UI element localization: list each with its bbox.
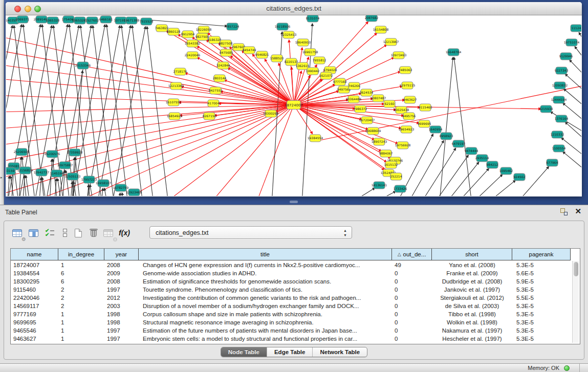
graph-node-12444194[interactable]: 12444194 [551, 96, 567, 103]
network-window-titlebar[interactable]: citations_edges.txt [6, 2, 582, 15]
graph-node-19654923[interactable]: 19654923 [399, 126, 415, 133]
graph-node-8475685[interactable]: 8475685 [220, 49, 233, 56]
graph-node-12213967[interactable]: 12213967 [383, 38, 399, 46]
graph-node-1210332[interactable]: 1210332 [551, 131, 564, 138]
graph-node-924502[interactable]: 924502 [514, 173, 526, 181]
table-row[interactable]: 946554611997Estimation of the future num… [11, 326, 571, 335]
graph-node-16720407[interactable]: 16720407 [359, 117, 375, 124]
graph-node-10688609[interactable]: 10688609 [365, 127, 381, 135]
graph-node-12923468[interactable]: 12923468 [126, 189, 142, 196]
graph-node-1588520[interactable]: 1588520 [270, 55, 284, 62]
table-selector-dropdown[interactable]: citations_edges.txt ▲▼ [149, 226, 352, 239]
close-panel-icon[interactable]: ✕ [575, 207, 581, 216]
graph-node-8912954[interactable]: 8912954 [181, 31, 195, 38]
graph-node-19671388[interactable]: 19671388 [124, 17, 140, 24]
graph-node-746266[interactable]: 746266 [349, 82, 360, 90]
table-mode-icon[interactable]: ⚙ [10, 226, 24, 239]
graph-node-18300295[interactable]: 18300295 [263, 110, 279, 117]
graph-node-16648784[interactable]: 16648784 [446, 49, 462, 56]
graph-node-8958923[interactable]: 8958923 [440, 133, 453, 140]
column-header-name[interactable]: name [11, 249, 58, 260]
create-column-icon[interactable] [72, 226, 85, 239]
graph-node-12213369[interactable]: 12213369 [168, 82, 184, 90]
graph-node-19384554[interactable]: 19384554 [308, 135, 323, 142]
select-all-columns-icon[interactable]: ✔ ✔ [43, 226, 56, 239]
graph-node-16958107[interactable]: 16958107 [96, 180, 112, 187]
graph-node-2718176[interactable]: 2718176 [173, 68, 187, 75]
graph-node-19756928[interactable]: 19756928 [395, 142, 411, 149]
graph-node-8860128[interactable]: 8860128 [167, 28, 181, 35]
graph-node-12325413[interactable]: 12325413 [281, 31, 297, 38]
graph-node-12093832[interactable]: 12093832 [552, 82, 568, 89]
column-header-year[interactable]: year [104, 249, 139, 260]
float-panel-icon[interactable] [560, 208, 568, 215]
graph-node-13942737[interactable]: 13942737 [34, 169, 50, 176]
collapsed-panel-rail[interactable]: ▸ [0, 0, 4, 205]
table-row[interactable]: 977716911998Corpus callosum shape and si… [11, 310, 571, 318]
graph-node-20153346[interactable]: 20153346 [75, 62, 91, 69]
graph-node-9115460[interactable]: 9115460 [419, 104, 432, 111]
column-header-short[interactable]: short [432, 249, 512, 260]
graph-node-62160[interactable]: 62160 [384, 100, 395, 107]
graph-node-9777169[interactable]: 9777169 [333, 78, 347, 85]
table-row[interactable]: 2242004622012Investigating the contribut… [11, 294, 571, 302]
graph-node-8427552[interactable]: 8427552 [209, 87, 223, 94]
graph-node-18226058[interactable]: 18226058 [196, 26, 212, 33]
graph-node-7857224[interactable]: 7857224 [226, 23, 239, 30]
unselect-all-columns-icon[interactable] [58, 226, 72, 239]
table-row[interactable]: 1830029562008Estimation of significance … [11, 277, 571, 286]
tab-network-table[interactable]: Network Table [313, 347, 367, 357]
table-row[interactable]: 1872400712008Changes of HCN gene express… [11, 261, 571, 269]
table-row[interactable]: 946362711997Embryonic stem cells: a mode… [11, 335, 571, 343]
graph-node-8267150[interactable]: 8267150 [203, 113, 216, 120]
graph-node-1376164[interactable]: 1376164 [555, 115, 569, 122]
graph-node-1100554[interactable]: 1100554 [552, 145, 566, 152]
graph-node-12975115[interactable]: 12975115 [400, 82, 416, 89]
horizontal-splitter-handle[interactable] [290, 201, 298, 203]
graph-node-9699695[interactable]: 9699695 [418, 120, 431, 127]
scrollbar-thumb[interactable] [574, 262, 578, 276]
graph-node-9546821[interactable]: 9546821 [255, 51, 269, 58]
graph-node-9463627[interactable]: 9463627 [403, 96, 417, 103]
column-header-pagerank[interactable]: pagerank [512, 249, 571, 260]
vertical-scrollbar[interactable] [572, 261, 579, 343]
graph-node-8454749[interactable]: 8454749 [243, 47, 256, 54]
column-header-in-degree[interactable]: in_degree [58, 249, 104, 260]
graph-node-16154808[interactable]: 16154808 [373, 26, 389, 33]
graph-node-677964[interactable]: 677964 [547, 159, 558, 166]
table-row[interactable]: 1938455462009Genome-wide association stu… [11, 269, 571, 277]
graph-node-33159[interactable]: 33159 [6, 167, 15, 174]
graph-node-1065328[interactable]: 1065328 [46, 17, 60, 24]
graph-node-20364486[interactable]: 20364486 [346, 96, 362, 103]
graph-node-16961758[interactable]: 16961758 [302, 49, 318, 56]
graph-node-16854925[interactable]: 16854925 [167, 113, 183, 120]
graph-node-3242844[interactable]: 3242844 [216, 62, 230, 69]
show-columns-icon[interactable] [27, 226, 40, 239]
tab-edge-table[interactable]: Edge Table [267, 347, 313, 357]
graph-node-1527602[interactable]: 1527602 [85, 17, 99, 24]
graph-node-8215938[interactable]: 8215938 [539, 105, 553, 113]
graph-node-9474444[interactable]: 9474444 [465, 147, 478, 155]
graph-node-9884067[interactable]: 9884067 [379, 150, 393, 157]
table-row[interactable]: 969969511998Structural magnetic resonanc… [11, 318, 571, 326]
graph-node-1621072[interactable]: 1621072 [319, 72, 333, 79]
graph-node-18640910[interactable]: 18640910 [295, 39, 311, 46]
graph-node-25206505[interactable]: 25206505 [14, 148, 30, 156]
graph-node-1145194[interactable]: 1145194 [50, 170, 64, 177]
graph-node-9827509[interactable]: 9827509 [195, 33, 209, 40]
graph-node-2087682[interactable]: 2087682 [365, 15, 379, 21]
graph-node-18907243[interactable]: 18907243 [372, 138, 387, 145]
graph-node-417004[interactable]: 417004 [208, 100, 220, 107]
table-row[interactable]: 1456911722003Disruption of a novel membe… [11, 302, 571, 310]
graph-node-1615132[interactable]: 1615132 [384, 161, 398, 168]
graph-node-17359928[interactable]: 17359928 [67, 149, 83, 156]
graph-node-252214[interactable]: 252214 [390, 173, 402, 180]
graph-node-1095462[interactable]: 1095462 [499, 167, 513, 174]
graph-node-30975887[interactable]: 30975887 [57, 162, 73, 169]
graph-node-16543382[interactable]: 16543382 [185, 40, 201, 47]
graph-node-10973493[interactable]: 10973493 [391, 52, 407, 59]
graph-node-19751074[interactable]: 19751074 [564, 39, 580, 46]
graph-node-1640954[interactable]: 1640954 [429, 126, 443, 133]
tab-node-table[interactable]: Node Table [221, 347, 267, 357]
graph-node-14136141[interactable]: 14136141 [372, 182, 387, 189]
